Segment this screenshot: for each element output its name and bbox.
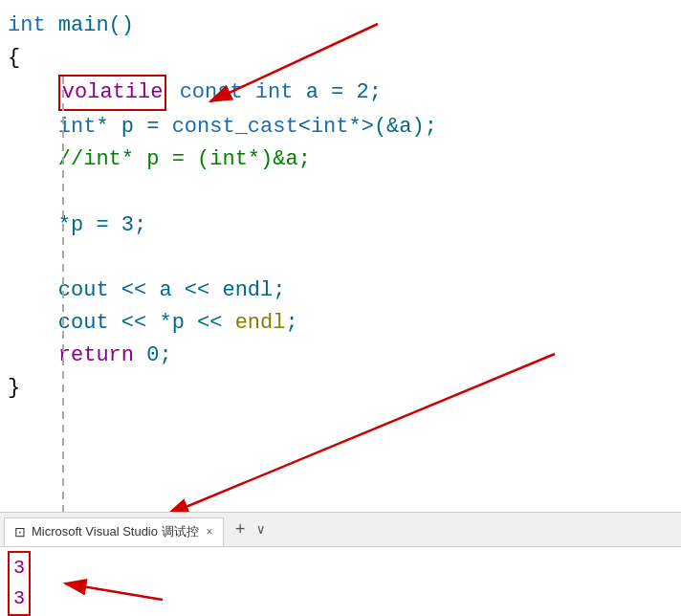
volatile-keyword-boxed: volatile [58, 75, 167, 111]
keyword-int: int [8, 10, 46, 42]
code-line-6 [8, 176, 681, 209]
code-line-9: cout << a << endl; [8, 275, 681, 307]
const-keyword: const [166, 77, 254, 109]
code-line-5: //int* p = (int*)&a; [8, 143, 681, 176]
svg-line-5 [65, 583, 163, 600]
indent-4 [8, 111, 58, 143]
bottom-panel: ⊡ Microsoft Visual Studio 调试控 × + ∨ 3 3 [0, 512, 681, 616]
return-value: 0; [134, 340, 172, 372]
tab-dropdown-button[interactable]: ∨ [256, 521, 264, 538]
tab-bar: ⊡ Microsoft Visual Studio 调试控 × + ∨ [0, 513, 681, 547]
template-arg: < [298, 111, 311, 143]
code-line-3: volatile const int a = 2; [8, 75, 681, 111]
code-line-2: { [8, 42, 681, 75]
brace-close: } [8, 372, 20, 405]
var-a-assign: a = 2; [293, 77, 381, 109]
code-line-11: return 0; [8, 340, 681, 372]
code-line-1: int main() [8, 10, 681, 42]
output-area: 3 3 [0, 547, 681, 616]
comment-line: //int* p = (int*)&a; [8, 143, 311, 176]
cout-a: cout << a << endl; [8, 275, 285, 307]
int-template: int [311, 111, 349, 143]
const-cast-keyword: const_cast [172, 111, 298, 143]
output-arrow [0, 547, 681, 616]
code-line-7: *p = 3; [8, 209, 681, 242]
output-line-2: 3 [13, 583, 25, 614]
code-line-8 [8, 242, 681, 275]
deref-p-assign: *p = 3; [8, 209, 146, 242]
tab-close-button[interactable]: × [207, 525, 213, 539]
guide-lines [62, 77, 64, 478]
brace-open: { [8, 42, 20, 75]
code-line-12: } [8, 372, 681, 405]
indent-3 [8, 77, 58, 109]
code-line-4: int* p = const_cast<int*>(&a); [8, 111, 681, 143]
int-keyword-a: int [255, 77, 294, 109]
output-line-1: 3 [13, 553, 25, 583]
function-name: main() [46, 10, 134, 42]
new-tab-button[interactable]: + [228, 520, 253, 539]
tab-icon: ⊡ [14, 524, 26, 539]
ptr-p-assign: * p = [96, 111, 171, 143]
semicolon-10: ; [285, 307, 297, 340]
code-editor: int main() { volatile const int a = 2; i… [0, 0, 681, 517]
output-box: 3 3 [8, 551, 31, 616]
return-keyword: return [8, 340, 134, 372]
debug-tab[interactable]: ⊡ Microsoft Visual Studio 调试控 × [4, 517, 224, 546]
tab-label: Microsoft Visual Studio 调试控 [32, 523, 199, 540]
code-line-10: cout << *p << endl; [8, 307, 681, 340]
endl-keyword: endl [235, 307, 286, 340]
cout-p: cout << *p << [8, 307, 235, 340]
cast-rest: *>(&a); [348, 111, 436, 143]
